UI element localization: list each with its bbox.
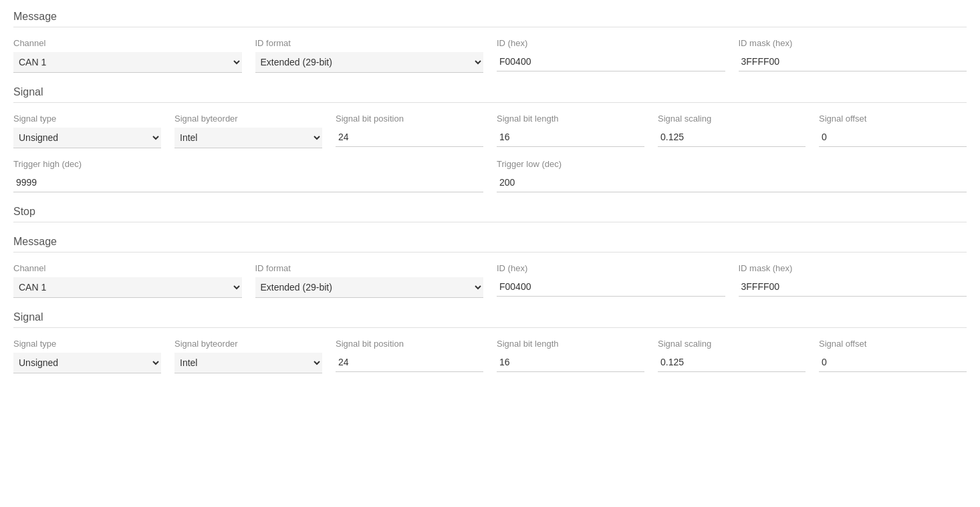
start-signal-bit-length-input[interactable] — [497, 128, 644, 147]
start-trigger-high-input[interactable] — [13, 173, 483, 192]
start-signal-trigger-row: Trigger high (dec) Trigger low (dec) — [13, 159, 967, 192]
start-signal-scaling-input[interactable] — [658, 128, 806, 147]
stop-channel-label: Channel — [13, 263, 242, 273]
stop-signal-byteorder-label: Signal byteorder — [174, 339, 322, 349]
stop-id-hex-label: ID (hex) — [497, 263, 725, 273]
start-trigger-high-label: Trigger high (dec) — [13, 159, 483, 169]
stop-section-title: Stop — [13, 206, 967, 222]
stop-signal-bit-position-input[interactable] — [336, 353, 483, 372]
start-signal-title: Signal — [13, 86, 967, 103]
stop-signal-byteorder-group: Signal byteorder Intel Motorola — [174, 339, 322, 373]
start-id-format-select[interactable]: Extended (29-bit) Standard (11-bit) — [255, 52, 484, 73]
stop-id-hex-input[interactable] — [497, 277, 725, 297]
stop-signal-type-select[interactable]: Unsigned Signed Float Double — [13, 353, 161, 373]
start-id-format-label: ID format — [255, 38, 484, 48]
stop-signal-scaling-label: Signal scaling — [658, 339, 806, 349]
start-trigger-low-label: Trigger low (dec) — [497, 159, 967, 169]
stop-id-mask-input[interactable] — [739, 277, 967, 297]
start-signal-offset-label: Signal offset — [819, 114, 967, 124]
stop-id-format-group: ID format Extended (29-bit) Standard (11… — [255, 263, 484, 298]
stop-signal-title: Signal — [13, 311, 967, 328]
start-trigger-low-group: Trigger low (dec) — [497, 159, 967, 192]
start-signal-type-label: Signal type — [13, 114, 161, 124]
stop-signal-fields-row1: Signal type Unsigned Signed Float Double… — [13, 339, 967, 373]
stop-signal-bit-position-label: Signal bit position — [336, 339, 483, 349]
start-id-format-group: ID format Extended (29-bit) Standard (11… — [255, 38, 484, 73]
start-trigger-low-input[interactable] — [497, 173, 967, 192]
start-id-mask-input[interactable] — [739, 52, 967, 71]
start-signal-type-select[interactable]: Unsigned Signed Float Double — [13, 128, 161, 148]
start-signal-bit-length-group: Signal bit length — [497, 114, 644, 148]
stop-id-format-label: ID format — [255, 263, 484, 273]
start-signal-offset-input[interactable] — [819, 128, 967, 147]
stop-message-section: Message Channel CAN 1 CAN 2 CAN 3 ID for… — [13, 236, 967, 298]
stop-signal-bit-length-group: Signal bit length — [497, 339, 644, 373]
stop-id-format-select[interactable]: Extended (29-bit) Standard (11-bit) — [255, 277, 484, 298]
page-container: Message Channel CAN 1 CAN 2 CAN 3 ID for… — [0, 0, 980, 397]
start-signal-byteorder-select[interactable]: Intel Motorola — [174, 128, 322, 148]
start-signal-bit-position-group: Signal bit position — [336, 114, 483, 148]
stop-signal-bit-length-label: Signal bit length — [497, 339, 644, 349]
start-id-mask-label: ID mask (hex) — [739, 38, 967, 48]
stop-id-mask-label: ID mask (hex) — [739, 263, 967, 273]
stop-channel-select[interactable]: CAN 1 CAN 2 CAN 3 — [13, 277, 242, 298]
stop-signal-offset-input[interactable] — [819, 353, 967, 372]
stop-message-fields: Channel CAN 1 CAN 2 CAN 3 ID format Exte… — [13, 263, 967, 298]
start-message-section: Message Channel CAN 1 CAN 2 CAN 3 ID for… — [13, 11, 967, 73]
start-signal-section: Signal Signal type Unsigned Signed Float… — [13, 86, 967, 192]
stop-id-mask-group: ID mask (hex) — [739, 263, 967, 298]
start-signal-bit-length-label: Signal bit length — [497, 114, 644, 124]
start-signal-byteorder-label: Signal byteorder — [174, 114, 322, 124]
start-channel-label: Channel — [13, 38, 242, 48]
start-signal-type-group: Signal type Unsigned Signed Float Double — [13, 114, 161, 148]
start-id-mask-group: ID mask (hex) — [739, 38, 967, 73]
start-message-fields: Channel CAN 1 CAN 2 CAN 3 ID format Exte… — [13, 38, 967, 73]
start-trigger-high-group: Trigger high (dec) — [13, 159, 483, 192]
start-signal-fields-row1: Signal type Unsigned Signed Float Double… — [13, 114, 967, 148]
stop-signal-scaling-group: Signal scaling — [658, 339, 806, 373]
stop-signal-byteorder-select[interactable]: Intel Motorola — [174, 353, 322, 373]
stop-signal-offset-group: Signal offset — [819, 339, 967, 373]
start-id-hex-group: ID (hex) — [497, 38, 725, 73]
start-signal-byteorder-group: Signal byteorder Intel Motorola — [174, 114, 322, 148]
start-signal-scaling-group: Signal scaling — [658, 114, 806, 148]
stop-signal-type-label: Signal type — [13, 339, 161, 349]
stop-signal-offset-label: Signal offset — [819, 339, 967, 349]
stop-channel-group: Channel CAN 1 CAN 2 CAN 3 — [13, 263, 242, 298]
stop-signal-scaling-input[interactable] — [658, 353, 806, 372]
start-signal-offset-group: Signal offset — [819, 114, 967, 148]
start-signal-bit-position-input[interactable] — [336, 128, 483, 147]
start-channel-group: Channel CAN 1 CAN 2 CAN 3 — [13, 38, 242, 73]
start-id-hex-input[interactable] — [497, 52, 725, 71]
stop-message-title: Message — [13, 236, 967, 252]
stop-signal-type-group: Signal type Unsigned Signed Float Double — [13, 339, 161, 373]
start-channel-select[interactable]: CAN 1 CAN 2 CAN 3 — [13, 52, 242, 73]
start-id-hex-label: ID (hex) — [497, 38, 725, 48]
stop-signal-bit-length-input[interactable] — [497, 353, 644, 372]
start-signal-scaling-label: Signal scaling — [658, 114, 806, 124]
stop-signal-section: Signal Signal type Unsigned Signed Float… — [13, 311, 967, 373]
stop-id-hex-group: ID (hex) — [497, 263, 725, 298]
start-signal-bit-position-label: Signal bit position — [336, 114, 483, 124]
stop-signal-bit-position-group: Signal bit position — [336, 339, 483, 373]
start-message-title: Message — [13, 11, 967, 27]
